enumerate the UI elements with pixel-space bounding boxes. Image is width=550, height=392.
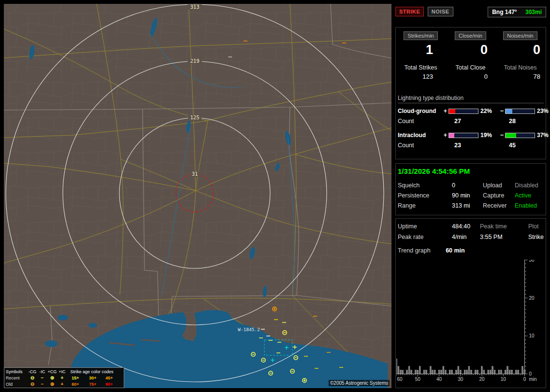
trend-graph-header: Trend graph 60 min	[398, 247, 546, 254]
panel-topbar: STRIKE NOISE Bng 147° 303mi	[395, 7, 546, 18]
cg-count-row: Count 27 28	[398, 118, 546, 125]
ic-positive-count: 23	[449, 142, 478, 149]
plot-label: Plot	[528, 223, 546, 230]
ring-label-31: 31	[192, 171, 198, 177]
capture-status: Active	[515, 192, 546, 199]
noise-indicator-button[interactable]: NOISE	[428, 7, 453, 16]
svg-text:10: 10	[501, 377, 507, 382]
strike-indicator-button[interactable]: STRIKE	[395, 7, 424, 16]
legend-old-label: Old	[6, 382, 27, 387]
persistence-label: Persistence	[398, 192, 452, 199]
svg-text:10: 10	[529, 333, 535, 338]
upload-status: Disabled	[515, 182, 546, 189]
distance-value: 303mi	[525, 9, 542, 15]
trend-graph-label: Trend graph	[398, 247, 431, 254]
rate-values-row: 1 0 0	[396, 42, 546, 57]
peak-time-value: 3:55 PM	[480, 234, 528, 240]
pos-cg-old-icon: ⊕	[47, 382, 58, 387]
cloud-ground-label: Cloud-ground	[398, 108, 442, 114]
nexstorm-window: 313 219 125 31 W-1845.2 Symbols -CG -IC …	[0, 0, 550, 392]
age-code-30: 30+	[84, 376, 101, 380]
neg-ic-recent-icon: −	[38, 376, 47, 380]
svg-text:50: 50	[415, 377, 421, 382]
peak-time-label: Peak time	[480, 223, 528, 230]
svg-text:min: min	[529, 377, 537, 382]
age-code-45: 45+	[101, 376, 117, 380]
lightning-map[interactable]: 313 219 125 31 W-1845.2 Symbols -CG -IC …	[4, 4, 391, 388]
trend-window-value: 60 min	[446, 247, 465, 254]
cg-positive-percent: 22%	[478, 108, 499, 114]
ic-negative-bar	[505, 133, 535, 138]
svg-text:30: 30	[458, 377, 463, 382]
session-grid: Uptime 484:40 Peak time Plot Peak rate 4…	[398, 223, 546, 240]
distribution-row-cloud-ground: Cloud-ground + 22% − 23%	[398, 108, 546, 114]
svg-text:20: 20	[529, 295, 535, 301]
squelch-value: 0	[452, 182, 483, 189]
statistics-section: Strikes/min Close/min Noises/min 1 0 0 T…	[395, 27, 546, 159]
legend-recent-row: Recent ⊖ − ⊕ + 15+ 30+ 45+	[6, 375, 124, 381]
ic-negative-percent: 37%	[535, 132, 547, 139]
storm-cell-label: W-1845.2	[238, 327, 260, 332]
bearing-distance-display: Bng 147° 303mi	[488, 7, 546, 17]
noises-per-min-value: 0	[495, 42, 545, 57]
upload-label: Upload	[483, 182, 515, 189]
close-per-min-value: 0	[446, 42, 495, 57]
cg-negative-count: 28	[505, 118, 535, 125]
age-code-90: 90+	[101, 382, 117, 387]
ic-count-row: Count 23 45	[398, 142, 546, 149]
legend-neg-ic-header: -IC	[38, 369, 47, 374]
total-strikes-value: 123	[396, 73, 446, 80]
neg-cg-recent-icon: ⊖	[27, 376, 38, 380]
total-labels-row: Total Strikes Total Close Total Noises	[396, 64, 546, 71]
datetime-display: 1/31/2026 4:54:56 PM	[398, 167, 546, 175]
pos-ic-recent-icon: +	[58, 376, 67, 380]
plus-sign: +	[442, 108, 449, 114]
neg-cg-old-icon: ⊖	[27, 382, 38, 387]
count-label: Count	[398, 118, 442, 125]
persistence-value: 90 min	[452, 192, 483, 199]
cg-positive-bar	[449, 109, 478, 114]
total-noises-value: 78	[495, 73, 545, 80]
legend-pos-ic-header: +IC	[58, 369, 67, 374]
ring-label-125: 125	[190, 114, 200, 120]
legend-symbols-header: Symbols	[6, 369, 27, 374]
range-value: 313 mi	[452, 202, 483, 209]
svg-text:0: 0	[523, 377, 526, 382]
trend-graph: 01020306050403020100min	[396, 260, 546, 383]
age-code-15: 15+	[67, 376, 84, 380]
svg-text:20: 20	[479, 377, 485, 382]
cg-positive-count: 27	[449, 118, 478, 125]
age-code-60: 60+	[67, 382, 84, 387]
svg-text:30: 30	[529, 260, 535, 263]
ring-label-313: 313	[190, 4, 200, 10]
pos-ic-old-icon: +	[58, 382, 67, 387]
status-grid: Squelch 0 Upload Disabled Persistence 90…	[398, 182, 546, 209]
legend-old-row: Old ⊖ − ⊕ + 60+ 75+ 90+	[6, 381, 124, 387]
receiver-label: Receiver	[483, 202, 515, 209]
cg-negative-bar	[505, 109, 535, 114]
ic-positive-bar	[449, 133, 478, 138]
strikes-per-min-label: Strikes/min	[404, 31, 437, 40]
receiver-status: Enabled	[515, 202, 546, 209]
status-section: 1/31/2026 4:54:56 PM Squelch 0 Upload Di…	[395, 163, 546, 215]
total-noises-label: Total Noises	[495, 64, 545, 71]
capture-label: Capture	[483, 192, 515, 199]
ic-negative-count: 45	[505, 142, 535, 149]
legend-neg-cg-header: -CG	[27, 369, 38, 374]
svg-text:0: 0	[529, 371, 532, 377]
neg-ic-old-icon: −	[38, 382, 47, 387]
pos-cg-recent-icon: ⊕	[47, 376, 58, 380]
noises-per-min-label: Noises/min	[503, 31, 537, 40]
minus-sign: −	[499, 108, 505, 114]
legend-age-title: Strike age color codes	[67, 369, 117, 374]
distribution-row-intracloud: Intracloud + 19% − 37%	[398, 132, 546, 139]
map-legend: Symbols -CG -IC +CG +IC Strike age color…	[4, 367, 124, 388]
uptime-label: Uptime	[398, 223, 452, 230]
plus-sign: +	[442, 132, 449, 139]
rate-headers-row: Strikes/min Close/min Noises/min	[396, 31, 546, 40]
squelch-label: Squelch	[398, 182, 452, 189]
peak-rate-value: 4/min	[452, 234, 480, 240]
total-values-row: 123 0 78	[396, 73, 546, 80]
control-panel: STRIKE NOISE Bng 147° 303mi Strikes/min …	[395, 4, 546, 388]
legend-recent-label: Recent	[6, 376, 27, 380]
